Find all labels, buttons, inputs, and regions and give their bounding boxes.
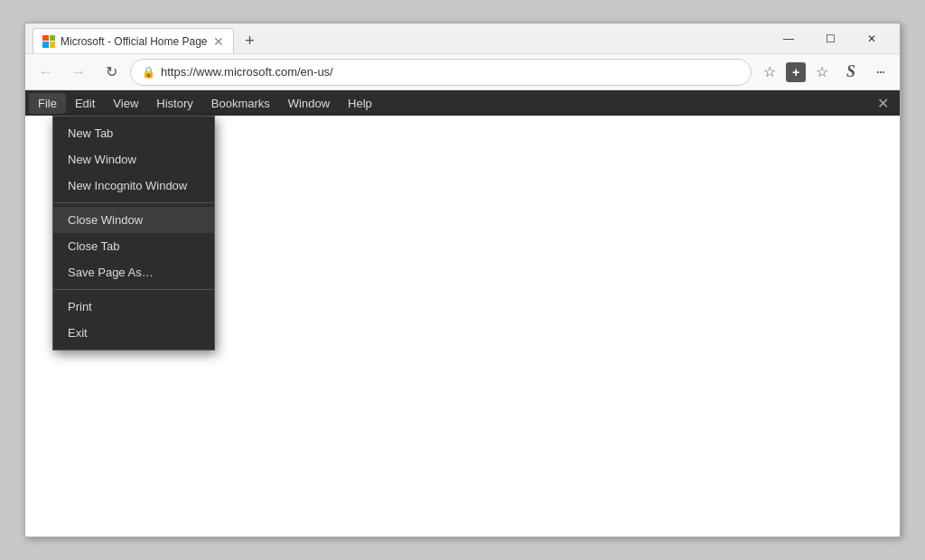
menu-edit[interactable]: Edit xyxy=(66,93,104,114)
menu-history[interactable]: History xyxy=(147,93,201,114)
refresh-button[interactable]: ↻ xyxy=(98,59,125,86)
close-window-button[interactable]: ✕ xyxy=(851,24,892,53)
bookmark-collections-icon[interactable]: ☆ xyxy=(809,60,835,85)
menu-help[interactable]: Help xyxy=(339,93,381,114)
tab-label: Microsoft - Official Home Page xyxy=(61,35,208,48)
menu-bar: File Edit View History Bookmarks Window … xyxy=(25,90,900,116)
browser-window: Microsoft - Official Home Page ✕ + — ☐ ✕… xyxy=(24,23,901,537)
new-tab-button[interactable]: + xyxy=(238,28,263,53)
active-tab[interactable]: Microsoft - Official Home Page ✕ xyxy=(33,28,234,53)
title-bar: Microsoft - Official Home Page ✕ + — ☐ ✕ xyxy=(25,23,900,54)
menu-window[interactable]: Window xyxy=(279,93,339,114)
lock-icon: 🔒 xyxy=(142,66,155,79)
menu-print[interactable]: Print xyxy=(53,294,214,320)
menu-close-window[interactable]: Close Window xyxy=(53,207,214,233)
add-bookmark-icon[interactable]: + xyxy=(786,62,806,82)
minimize-button[interactable]: — xyxy=(768,24,809,53)
separator-2 xyxy=(53,289,214,290)
star-icon[interactable]: ☆ xyxy=(757,60,782,85)
more-options-icon[interactable]: ··· xyxy=(867,60,892,85)
maximize-button[interactable]: ☐ xyxy=(809,24,851,53)
window-controls: — ☐ ✕ xyxy=(768,24,892,53)
toolbar: ← → ↻ 🔒 https://www.microsoft.com/en-us/… xyxy=(25,54,900,90)
menu-view[interactable]: View xyxy=(104,93,147,114)
menubar-close-button[interactable]: ✕ xyxy=(870,95,896,112)
tab-favicon xyxy=(42,35,55,48)
menu-exit[interactable]: Exit xyxy=(53,320,214,346)
scribd-icon[interactable]: S xyxy=(838,60,864,85)
menu-new-tab[interactable]: New Tab xyxy=(53,120,214,146)
toolbar-right: ☆ + ☆ S ··· xyxy=(757,60,892,85)
file-dropdown-menu: New Tab New Window New Incognito Window … xyxy=(52,116,215,350)
menu-new-incognito-window[interactable]: New Incognito Window xyxy=(53,173,214,199)
tab-area: Microsoft - Official Home Page ✕ + xyxy=(33,23,768,53)
menu-new-window[interactable]: New Window xyxy=(53,146,214,173)
menu-bookmarks[interactable]: Bookmarks xyxy=(202,93,279,114)
menu-file[interactable]: File xyxy=(29,93,66,114)
url-text: https://www.microsoft.com/en-us/ xyxy=(161,65,740,79)
menu-save-page-as[interactable]: Save Page As… xyxy=(53,259,214,285)
forward-button[interactable]: → xyxy=(65,59,92,86)
menu-close-tab[interactable]: Close Tab xyxy=(53,233,214,259)
tab-close-button[interactable]: ✕ xyxy=(213,34,224,49)
address-bar[interactable]: 🔒 https://www.microsoft.com/en-us/ xyxy=(130,59,752,86)
separator-1 xyxy=(53,202,214,203)
back-button[interactable]: ← xyxy=(33,59,60,86)
